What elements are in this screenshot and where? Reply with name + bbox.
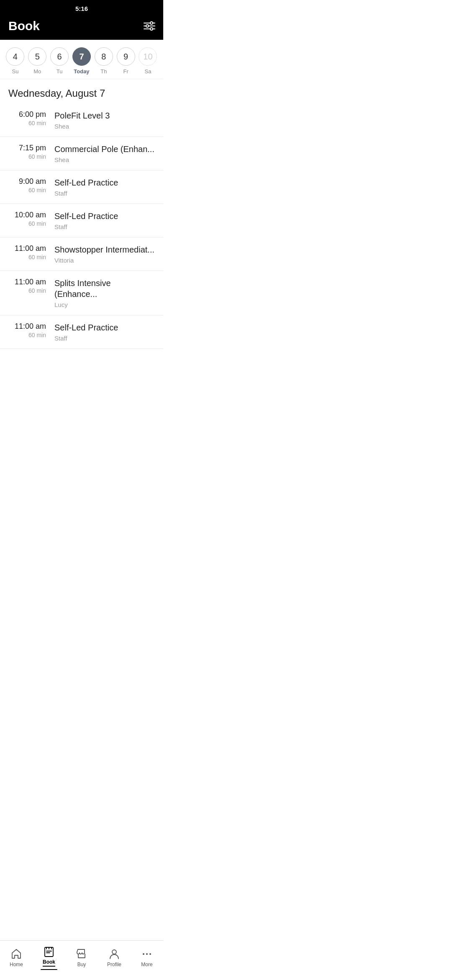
class-list-item[interactable]: 7:15 pm 60 min Commercial Pole (Enhan...… xyxy=(0,137,163,170)
status-bar: 5:16 xyxy=(0,0,163,15)
status-time: 5:16 xyxy=(75,5,88,12)
filter-button[interactable] xyxy=(144,22,155,30)
page-title: Book xyxy=(8,19,40,33)
class-info: PoleFit Level 3 Shea xyxy=(54,110,155,130)
calendar-day-9[interactable]: 9Fr xyxy=(116,47,136,75)
class-info: Commercial Pole (Enhan... Shea xyxy=(54,144,155,163)
calendar-day-10[interactable]: 10Sa xyxy=(138,47,158,75)
calendar-day-5[interactable]: 5Mo xyxy=(27,47,47,75)
class-time: 9:00 am 60 min xyxy=(8,177,54,193)
class-list: 6:00 pm 60 min PoleFit Level 3 Shea 7:15… xyxy=(0,103,163,391)
class-list-item[interactable]: 11:00 am 60 min Showstopper Intermediat.… xyxy=(0,237,163,271)
svg-point-1 xyxy=(150,22,153,24)
class-time: 11:00 am 60 min xyxy=(8,278,54,294)
class-list-item[interactable]: 9:00 am 60 min Self-Led Practice Staff xyxy=(0,170,163,204)
class-info: Self-Led Practice Staff xyxy=(54,211,155,230)
class-list-item[interactable]: 6:00 pm 60 min PoleFit Level 3 Shea xyxy=(0,103,163,137)
date-heading: Wednesday, August 7 xyxy=(0,79,163,103)
class-list-item[interactable]: 11:00 am 60 min Splits Intensive (Enhanc… xyxy=(0,271,163,315)
svg-point-5 xyxy=(150,28,153,30)
class-info: Self-Led Practice Staff xyxy=(54,322,155,342)
calendar-day-7[interactable]: 7Today xyxy=(72,47,92,75)
class-info: Showstopper Intermediat... Vittoria xyxy=(54,244,155,264)
header: Book xyxy=(0,15,163,40)
class-time: 11:00 am 60 min xyxy=(8,244,54,260)
calendar-day-8[interactable]: 8Th xyxy=(94,47,114,75)
class-list-item[interactable]: 10:00 am 60 min Self-Led Practice Staff xyxy=(0,204,163,237)
class-time: 7:15 pm 60 min xyxy=(8,144,54,160)
calendar-day-6[interactable]: 6Tu xyxy=(49,47,69,75)
class-time: 6:00 pm 60 min xyxy=(8,110,54,126)
calendar-day-4[interactable]: 4Su xyxy=(5,47,25,75)
class-info: Self-Led Practice Staff xyxy=(54,177,155,197)
filter-icon xyxy=(144,22,155,30)
calendar-strip: 4Su5Mo6Tu7Today8Th9Fr10Sa xyxy=(0,40,163,79)
class-info: Splits Intensive (Enhance... Lucy xyxy=(54,278,155,308)
class-list-item[interactable]: 11:00 am 60 min Self-Led Practice Staff xyxy=(0,315,163,349)
class-time: 11:00 am 60 min xyxy=(8,322,54,338)
svg-point-3 xyxy=(146,25,149,27)
class-time: 10:00 am 60 min xyxy=(8,211,54,227)
